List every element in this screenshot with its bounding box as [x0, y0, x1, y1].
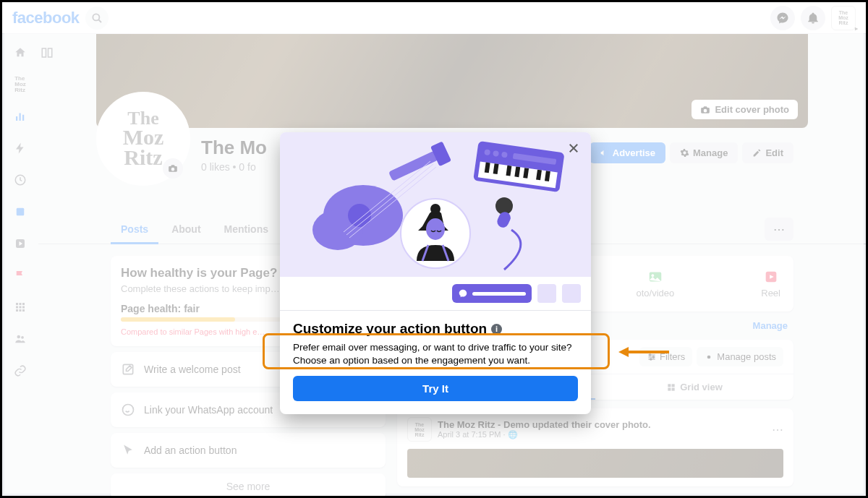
svg-rect-66	[495, 210, 513, 230]
manage-posts-button[interactable]: Manage posts	[697, 347, 783, 366]
rail-link-icon[interactable]	[12, 362, 29, 379]
manage-button[interactable]: Manage	[670, 142, 738, 163]
page-title: The Mo	[201, 137, 267, 159]
cursor-icon	[121, 443, 135, 458]
svg-rect-8	[17, 208, 25, 216]
tab-mentions[interactable]: Mentions	[214, 215, 278, 244]
avatar-camera-button[interactable]	[163, 158, 183, 179]
svg-rect-3	[48, 48, 52, 57]
rail-square-icon[interactable]	[12, 203, 29, 220]
svg-rect-6	[22, 115, 24, 121]
post-item: The Moz Ritz The Moz Ritz - Demo updated…	[397, 408, 793, 486]
rail-panels-icon[interactable]	[38, 44, 56, 61]
rail-insights-icon[interactable]	[12, 108, 29, 125]
post-menu-button[interactable]: ⋯	[772, 423, 783, 437]
svg-rect-37	[668, 387, 671, 390]
svg-rect-21	[123, 364, 132, 374]
messenger-icon	[776, 12, 789, 25]
action-add-button[interactable]: Add an action button	[111, 433, 386, 468]
modal-badge-row	[280, 277, 591, 311]
whatsapp-icon	[121, 403, 135, 417]
svg-point-19	[17, 335, 21, 339]
rail-page-icon[interactable]: TheMozRitz	[12, 76, 29, 93]
rail-bolt-icon[interactable]	[12, 139, 29, 157]
svg-point-31	[650, 358, 652, 359]
svg-point-24	[651, 274, 654, 277]
post-avatar[interactable]: The Moz Ritz	[407, 417, 432, 442]
rail-people-icon[interactable]	[12, 330, 29, 348]
megaphone-icon	[600, 148, 609, 158]
svg-rect-2	[42, 48, 46, 57]
svg-rect-13	[16, 306, 18, 309]
svg-rect-15	[22, 306, 25, 309]
svg-rect-12	[22, 303, 25, 305]
post-headline: The Moz Ritz - Demo updated their cover …	[438, 419, 651, 430]
svg-rect-11	[20, 303, 22, 305]
search-icon	[90, 12, 103, 25]
gear-icon	[680, 148, 689, 158]
filters-button[interactable]: Filters	[639, 347, 692, 366]
messenger-icon	[458, 288, 468, 299]
post-meta: April 3 at 7:15 PM · 🌐	[438, 430, 651, 439]
create-photo-video[interactable]: oto/video	[636, 269, 674, 299]
svg-rect-35	[668, 384, 671, 387]
customize-action-modal: Customize your action button i Prefer em…	[280, 132, 591, 414]
cover-photo: Edit cover photo	[96, 34, 808, 128]
modal-description: Prefer email over messaging, or want to …	[293, 341, 578, 367]
rail-play-icon[interactable]	[12, 235, 29, 252]
svg-rect-5	[20, 113, 21, 121]
close-icon	[567, 142, 580, 155]
manage-link[interactable]: Manage	[753, 320, 788, 331]
account-avatar[interactable]: The Moz Ritz	[831, 6, 856, 30]
svg-point-63	[426, 218, 445, 240]
grid-icon	[666, 382, 676, 392]
edit-button[interactable]: Edit	[742, 142, 793, 163]
page-subtitle: 0 likes • 0 fo	[201, 161, 256, 173]
rail-grid-icon[interactable]	[12, 299, 29, 316]
info-icon[interactable]: i	[491, 324, 502, 335]
bell-icon	[807, 12, 820, 25]
svg-rect-14	[20, 306, 22, 309]
search-button[interactable]	[85, 7, 109, 30]
try-it-button[interactable]: Try It	[293, 376, 578, 401]
tab-posts[interactable]: Posts	[111, 215, 158, 244]
svg-point-64	[430, 204, 441, 214]
svg-rect-17	[20, 309, 22, 312]
svg-point-20	[21, 336, 24, 339]
rail-home-icon[interactable]	[12, 44, 29, 61]
left-rail: TheMozRitz	[2, 34, 38, 496]
create-reel[interactable]: Reel	[761, 269, 780, 299]
post-image	[407, 449, 783, 478]
facebook-logo[interactable]: facebook	[12, 9, 80, 27]
svg-point-30	[652, 356, 654, 357]
advertise-button[interactable]: Advertise	[590, 142, 665, 163]
svg-point-43	[348, 204, 371, 227]
reel-icon	[763, 269, 779, 285]
svg-rect-18	[22, 309, 25, 312]
svg-point-29	[649, 353, 650, 355]
modal-close-button[interactable]	[563, 138, 584, 158]
svg-rect-36	[672, 384, 675, 387]
filters-icon	[647, 352, 657, 362]
page-avatar[interactable]: The Moz Ritz	[96, 92, 190, 186]
tab-more-button[interactable]: ⋯	[765, 218, 793, 241]
photo-icon	[647, 269, 663, 285]
modal-title: Customize your action button i	[293, 321, 502, 337]
messenger-button[interactable]	[770, 6, 795, 30]
see-more-button[interactable]: See more	[111, 473, 386, 496]
modal-illustration	[280, 132, 591, 277]
gear-icon	[704, 352, 714, 362]
svg-rect-16	[16, 309, 18, 312]
rail-clock-icon[interactable]	[12, 171, 29, 189]
edit-cover-button[interactable]: Edit cover photo	[692, 100, 798, 119]
svg-rect-4	[16, 116, 17, 121]
svg-point-22	[123, 405, 134, 416]
camera-icon	[700, 105, 710, 115]
tab-about[interactable]: About	[161, 215, 210, 244]
rail-flag-icon[interactable]	[12, 267, 29, 284]
compose-icon	[121, 362, 135, 377]
grid-view-tab[interactable]: Grid view	[595, 374, 793, 400]
notifications-button[interactable]	[801, 6, 825, 30]
svg-point-0	[93, 14, 99, 20]
svg-rect-10	[16, 303, 18, 305]
